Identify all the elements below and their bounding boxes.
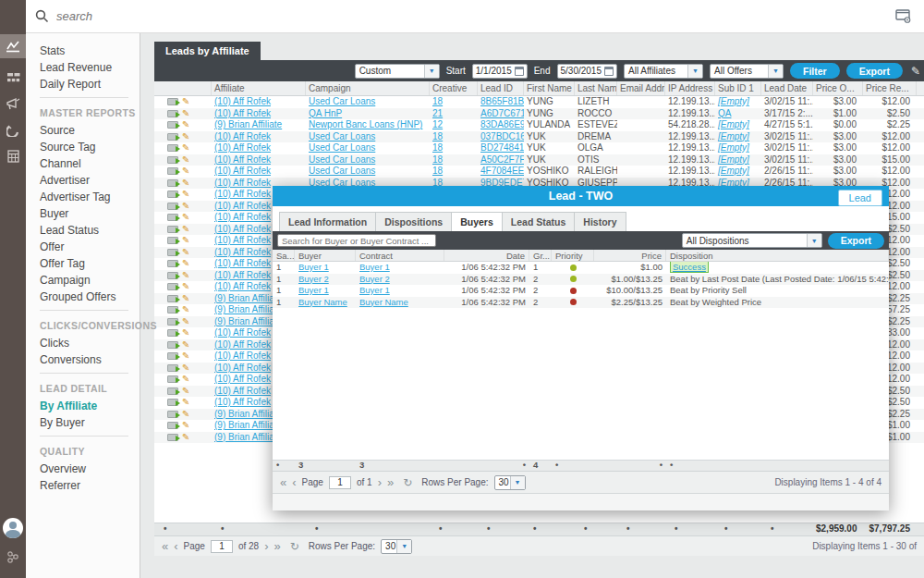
modal-column-header-contract[interactable]: Contract [356, 250, 444, 261]
next-page-icon[interactable]: › [264, 540, 268, 552]
prev-page-icon[interactable]: ‹ [174, 540, 177, 552]
sidebar-item-source[interactable]: Source [26, 122, 140, 139]
post-lead-icon[interactable] [167, 306, 178, 314]
sidebar-item-stats[interactable]: Stats [26, 43, 140, 59]
page-input[interactable] [329, 476, 351, 489]
modal-tab-dispositions[interactable]: Dispositions [375, 212, 452, 231]
affiliate-link[interactable]: (10) Aff Rofek [214, 224, 271, 234]
next-page-icon[interactable]: › [378, 476, 382, 488]
affiliate-link[interactable]: (10) Aff Rofek [214, 327, 271, 338]
affiliates-select[interactable]: All Affiliates ▼ [624, 64, 703, 79]
buyer-search-input[interactable] [277, 234, 436, 247]
sidebar-item-grouped-offers[interactable]: Grouped Offers [26, 289, 140, 305]
buyer-link[interactable]: Buyer Name [298, 297, 347, 307]
window-session-icon[interactable] [895, 9, 911, 23]
affiliate-link[interactable]: (10) Aff Rofek [214, 142, 271, 153]
post-lead-icon[interactable] [167, 329, 178, 337]
modal-column-header-disposition[interactable]: Disposition [666, 250, 889, 261]
lead-button[interactable]: Lead [838, 190, 882, 206]
post-lead-icon[interactable] [167, 434, 178, 441]
post-lead-icon[interactable] [167, 422, 178, 429]
post-lead-icon[interactable] [167, 341, 178, 349]
sidebar-item-lead-revenue[interactable]: Lead Revenue [26, 59, 140, 76]
affiliate-link[interactable]: (10) Aff Rofek [214, 374, 271, 384]
first-page-icon[interactable]: « [162, 540, 168, 552]
sidebar-item-buyer[interactable]: Buyer [26, 205, 140, 222]
lead-id-link[interactable]: A6D7C671 [480, 108, 524, 118]
column-header-price-re-[interactable]: Price Re... [863, 81, 917, 95]
edit-lead-icon[interactable]: ✎ [182, 364, 189, 372]
edit-lead-icon[interactable]: ✎ [182, 214, 189, 221]
affiliate-link[interactable]: (10) Aff Rofek [214, 96, 271, 106]
affiliate-link[interactable]: (10) Aff Rofek [214, 397, 271, 407]
affiliate-link[interactable]: (10) Aff Rofek [214, 201, 271, 211]
affiliate-link[interactable]: (10) Aff Rofek [214, 386, 271, 396]
affiliate-link[interactable]: (10) Aff Rofek [214, 258, 271, 268]
global-search-input[interactable] [56, 9, 334, 23]
affiliate-link[interactable]: (10) Aff Rofek [214, 154, 271, 165]
post-lead-icon[interactable] [167, 249, 178, 256]
creative-link[interactable]: 18 [432, 131, 443, 141]
column-header-ip-address[interactable]: IP Address [665, 81, 715, 95]
creative-link[interactable]: 21 [432, 108, 443, 118]
contract-link[interactable]: Buyer 1 [359, 262, 390, 272]
campaign-link[interactable]: Used Car Loans [309, 96, 375, 106]
sidebar-item-referrer[interactable]: Referrer [26, 477, 140, 494]
edit-lead-icon[interactable]: ✎ [182, 203, 189, 210]
post-lead-icon[interactable] [167, 272, 178, 279]
edit-lead-icon[interactable]: ✎ [182, 249, 189, 256]
sidebar-item-by-affiliate[interactable]: By Affiliate [26, 398, 140, 414]
column-header-affiliate[interactable]: Affiliate [212, 81, 306, 95]
end-date-field[interactable]: 5/30/2015 [557, 64, 618, 79]
nav-reports-icon[interactable] [0, 66, 26, 90]
offers-select[interactable]: All Offers ▼ [710, 64, 784, 79]
edit-columns-icon[interactable]: ✎ [911, 65, 920, 78]
post-lead-icon[interactable] [167, 98, 178, 105]
edit-lead-icon[interactable]: ✎ [182, 98, 189, 105]
refresh-icon[interactable]: ↻ [290, 540, 299, 553]
sidebar-item-advertiser-tag[interactable]: Advertiser Tag [26, 189, 140, 205]
edit-lead-icon[interactable]: ✎ [182, 375, 189, 383]
affiliate-link[interactable]: (10) Aff Rofek [214, 339, 271, 350]
post-lead-icon[interactable] [167, 121, 178, 129]
affiliate-link[interactable]: (10) Aff Rofek [214, 108, 271, 118]
edit-lead-icon[interactable]: ✎ [182, 260, 189, 267]
nav-magnet-icon[interactable] [0, 118, 26, 142]
contract-link[interactable]: Buyer Name [359, 297, 408, 307]
post-lead-icon[interactable] [167, 226, 178, 233]
campaign-link[interactable]: Used Car Loans [309, 142, 375, 153]
prev-page-icon[interactable]: ‹ [292, 476, 296, 488]
post-lead-icon[interactable] [167, 191, 178, 198]
sidebar-item-offer[interactable]: Offer [26, 239, 140, 255]
post-lead-icon[interactable] [167, 260, 178, 267]
post-lead-icon[interactable] [167, 283, 178, 290]
lead-id-link[interactable]: 8B65F81B [480, 96, 524, 106]
edit-lead-icon[interactable]: ✎ [182, 156, 189, 164]
modal-tab-lead-status[interactable]: Lead Status [502, 212, 576, 231]
modal-column-header-priority[interactable]: Priority [552, 250, 594, 261]
affiliate-link[interactable]: (10) Aff Rofek [214, 281, 271, 291]
post-lead-icon[interactable] [167, 352, 178, 360]
modal-tab-buyers[interactable]: Buyers [451, 212, 503, 231]
buyer-link[interactable]: Buyer 1 [298, 262, 329, 272]
edit-lead-icon[interactable]: ✎ [182, 179, 189, 187]
modal-column-header-price[interactable]: Price [594, 250, 666, 261]
column-header-sub-id-1[interactable]: Sub ID 1 [715, 81, 761, 95]
column-header-last-name[interactable]: Last Name [575, 81, 617, 95]
column-header-email-addr-[interactable]: Email Addr... [617, 81, 665, 95]
creative-link[interactable]: 12 [432, 119, 443, 129]
nav-analytics-icon[interactable] [0, 34, 26, 58]
sidebar-item-daily-report[interactable]: Daily Report [26, 76, 140, 92]
post-lead-icon[interactable] [167, 133, 178, 141]
post-lead-icon[interactable] [167, 156, 178, 164]
start-date-field[interactable]: 1/1/2015 [472, 64, 528, 79]
sub-id-link[interactable]: QA [718, 108, 731, 118]
nav-calculator-icon[interactable] [0, 144, 26, 168]
lead-id-link[interactable]: A50C2F7F [480, 154, 524, 165]
date-range-select[interactable]: Custom ▼ [355, 64, 440, 79]
last-page-icon[interactable]: » [274, 540, 281, 552]
column-header-price-o-[interactable]: Price O... [813, 81, 863, 95]
refresh-icon[interactable]: ↻ [403, 476, 412, 489]
edit-lead-icon[interactable]: ✎ [182, 329, 189, 337]
modal-tab-history[interactable]: History [574, 212, 626, 231]
